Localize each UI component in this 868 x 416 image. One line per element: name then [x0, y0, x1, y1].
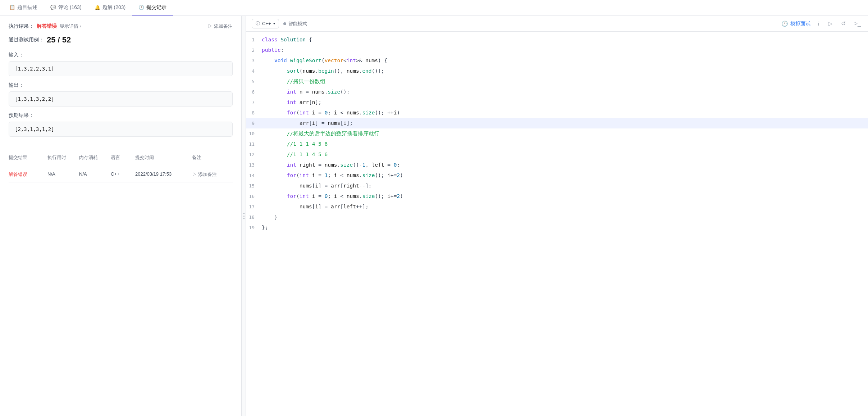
code-line: 18 }	[246, 212, 868, 222]
line-number: 9	[249, 118, 262, 128]
code-line: 15 nums[i] = arr[right--];	[246, 181, 868, 191]
lang-label: C++	[262, 21, 271, 26]
line-content: //将最大的后半边的数穿插着排序就行	[262, 128, 865, 139]
code-line: 6 int n = nums.size();	[246, 87, 868, 97]
input-value: [1,3,2,2,3,1]	[9, 61, 233, 76]
tab-submissions-label: 提交记录	[146, 4, 166, 11]
code-editor[interactable]: 1class Solution {2public:3 void wiggleSo…	[246, 32, 868, 416]
result-label: 执行结果：	[9, 23, 34, 30]
result-detail-link[interactable]: 显示详情 ›	[60, 23, 81, 30]
dot1	[243, 213, 245, 214]
code-line: 8 for(int i = 0; i < nums.size(); ++i)	[246, 108, 868, 118]
code-line: 16 for(int i = 0; i < nums.size(); i+=2)	[246, 191, 868, 202]
line-content: //1 1 1 4 5 6	[262, 149, 865, 159]
result-header: 执行结果： 解答错误 显示详情 › ▷ 添加备注	[9, 23, 233, 30]
row-add-note[interactable]: ▷ 添加备注	[192, 171, 233, 178]
expected-section: 预期结果： [2,3,1,3,1,2]	[9, 112, 233, 137]
editor-toolbar: ⓘ C++ ▾ 智能模式 🕐 模拟面试 i ▷ ↺ >_	[246, 16, 868, 32]
line-content: for(int i = 0; i < nums.size(); i+=2)	[262, 191, 865, 201]
line-number: 14	[249, 171, 262, 181]
line-number: 3	[249, 56, 262, 66]
tab-submissions[interactable]: 🕐 提交记录	[132, 0, 173, 15]
tab-bar: 📋 题目描述 💬 评论 (163) 🔔 题解 (203) 🕐 提交记录	[0, 0, 868, 16]
panel-divider	[242, 16, 246, 416]
code-line: 10 //将最大的后半边的数穿插着排序就行	[246, 128, 868, 139]
info-button[interactable]: i	[816, 20, 821, 28]
code-line: 19};	[246, 222, 868, 233]
editor-toolbar-left: ⓘ C++ ▾ 智能模式	[252, 19, 307, 28]
right-panel: ⓘ C++ ▾ 智能模式 🕐 模拟面试 i ▷ ↺ >_	[246, 16, 868, 416]
add-note-button[interactable]: ▷ 添加备注	[208, 23, 233, 30]
divider	[9, 144, 233, 144]
terminal-button[interactable]: >_	[853, 20, 862, 28]
line-content: sort(nums.begin(), nums.end());	[262, 66, 865, 76]
line-content: arr[i] = nums[i];	[262, 118, 865, 128]
code-line: 2public:	[246, 45, 868, 55]
input-label: 输入：	[9, 52, 233, 58]
code-line: 9 arr[i] = nums[i];	[246, 118, 868, 128]
mock-interview-button[interactable]: 🕐 模拟面试	[781, 21, 810, 27]
line-number: 7	[249, 98, 262, 108]
line-content: //拷贝一份数组	[262, 76, 865, 86]
line-content: class Solution {	[262, 35, 865, 45]
output-value: [1,3,1,3,2,2]	[9, 91, 233, 107]
test-pass-row: 通过测试用例： 25 / 52	[9, 35, 233, 45]
line-content: int n = nums.size();	[262, 87, 865, 97]
row-status: 解答错误	[9, 171, 45, 178]
col-status: 提交结果	[9, 154, 45, 161]
line-number: 11	[249, 139, 262, 149]
tab-comments[interactable]: 💬 评论 (163)	[44, 0, 88, 15]
line-number: 10	[249, 129, 262, 139]
smart-mode-label: 智能模式	[288, 21, 307, 27]
line-content: for(int i = 0; i < nums.size(); ++i)	[262, 108, 865, 118]
code-line: 3 void wiggleSort(vector<int>& nums) {	[246, 55, 868, 66]
smart-mode-toggle[interactable]: 智能模式	[283, 21, 307, 27]
left-panel: 执行结果： 解答错误 显示详情 › ▷ 添加备注 通过测试用例： 25 / 52…	[0, 16, 242, 416]
line-content: }	[262, 212, 865, 222]
solutions-icon: 🔔	[95, 5, 100, 10]
line-content: public:	[262, 45, 865, 55]
line-number: 4	[249, 66, 262, 76]
result-status-row: 执行结果： 解答错误 显示详情 ›	[9, 23, 81, 30]
row-submit-time: 2022/03/19 17:53	[135, 171, 189, 178]
row-language: C++	[111, 171, 132, 178]
clock-icon: 🕐	[781, 21, 788, 27]
test-pass-label: 通过测试用例：	[9, 37, 44, 43]
run-button[interactable]: ▷	[827, 19, 834, 28]
chevron-down-icon: ▾	[273, 22, 275, 26]
code-line: 13 int right = nums.size()-1, left = 0;	[246, 160, 868, 170]
code-line: 7 int arr[n];	[246, 97, 868, 108]
code-line: 4 sort(nums.begin(), nums.end());	[246, 66, 868, 76]
line-number: 8	[249, 108, 262, 118]
main-content: 执行结果： 解答错误 显示详情 › ▷ 添加备注 通过测试用例： 25 / 52…	[0, 16, 868, 416]
tab-solutions[interactable]: 🔔 题解 (203)	[88, 0, 132, 15]
test-pass-value: 25 / 52	[47, 35, 71, 45]
code-line: 12 //1 1 1 4 5 6	[246, 149, 868, 160]
reset-button[interactable]: ↺	[840, 19, 847, 28]
input-section: 输入： [1,3,2,2,3,1]	[9, 52, 233, 76]
row-time: N/A	[47, 171, 76, 178]
col-language: 语言	[111, 154, 132, 161]
line-content: };	[262, 222, 865, 232]
code-line: 17 nums[i] = arr[left++];	[246, 202, 868, 212]
code-line: 11 //1 1 1 4 5 6	[246, 139, 868, 149]
tab-solutions-label: 题解 (203)	[102, 4, 126, 11]
dot3	[243, 218, 245, 219]
line-number: 2	[249, 45, 262, 55]
line-number: 6	[249, 87, 262, 97]
output-section: 输出： [1,3,1,3,2,2]	[9, 82, 233, 107]
mock-interview-label: 模拟面试	[790, 21, 810, 27]
code-line: 1class Solution {	[246, 35, 868, 45]
col-time: 执行用时	[47, 154, 76, 161]
language-selector[interactable]: ⓘ C++ ▾	[252, 19, 279, 28]
code-line: 5 //拷贝一份数组	[246, 76, 868, 87]
line-number: 16	[249, 191, 262, 202]
output-label: 输出：	[9, 82, 233, 89]
line-content: nums[i] = arr[left++];	[262, 202, 865, 212]
col-memory: 内存消耗	[79, 154, 108, 161]
tab-problem[interactable]: 📋 题目描述	[3, 0, 44, 15]
dot2	[243, 216, 245, 217]
line-content: void wiggleSort(vector<int>& nums) {	[262, 55, 865, 65]
expected-label: 预期结果：	[9, 112, 233, 119]
line-number: 13	[249, 160, 262, 170]
